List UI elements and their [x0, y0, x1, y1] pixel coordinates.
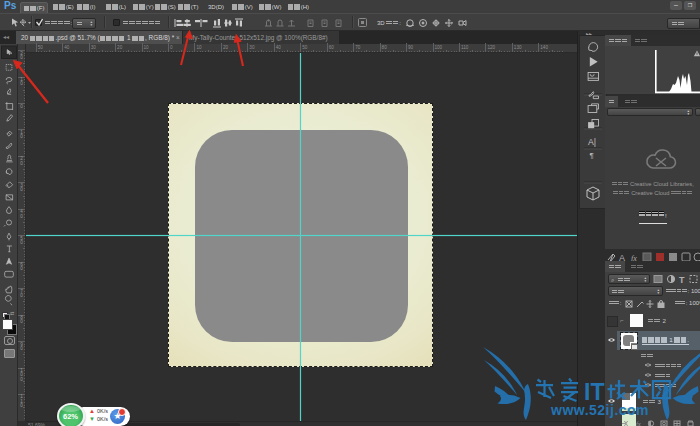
svg-text:¶: ¶	[589, 151, 593, 160]
svg-text:fx: fx	[636, 420, 641, 426]
svg-text:T: T	[679, 275, 685, 285]
svg-text:A|: A|	[588, 137, 596, 147]
